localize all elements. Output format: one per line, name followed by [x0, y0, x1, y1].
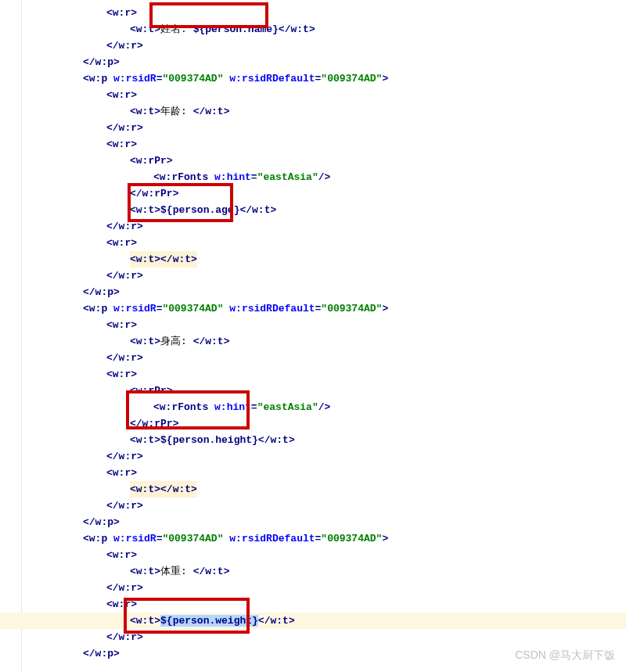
code-line: </w:r>	[22, 218, 626, 235]
code-line: <w:r>	[22, 547, 626, 563]
code-line: </w:rPr>	[22, 415, 626, 432]
code-editor[interactable]: <w:r> <w:t>姓名: ${person.name}</w:t> </w:…	[0, 0, 626, 671]
tpl-person-name: ${person.name}	[193, 23, 279, 35]
code-line: </w:r>	[22, 38, 626, 54]
code-line: <w:p w:rsidR="009374AD" w:rsidRDefault="…	[22, 70, 626, 87]
code-line: </w:r>	[22, 350, 626, 366]
code-line: </w:p>	[22, 514, 626, 530]
tpl-person-weight: ${person.weight}	[160, 615, 258, 627]
code-line: <w:t>${person.weight}</w:t>	[22, 613, 626, 629]
code-content[interactable]: <w:r> <w:t>姓名: ${person.name}</w:t> </w:…	[22, 5, 626, 662]
code-line: <w:rPr>	[22, 153, 626, 169]
code-line: <w:rPr>	[22, 383, 626, 399]
code-line: <w:rFonts w:hint="eastAsia"/>	[22, 399, 626, 415]
code-line: <w:r>	[22, 87, 626, 103]
tpl-person-height: ${person.height}	[160, 434, 258, 446]
code-line: </w:p>	[22, 54, 626, 70]
code-line: <w:rFonts w:hint="eastAsia"/>	[22, 169, 626, 185]
code-line: </w:rPr>	[22, 185, 626, 202]
code-line: <w:t>姓名: ${person.name}</w:t>	[22, 21, 626, 38]
code-line: </w:r>	[22, 580, 626, 596]
code-line: <w:t></w:t>	[22, 481, 626, 498]
code-line: </w:r>	[22, 120, 626, 136]
code-line: <w:t>体重: </w:t>	[22, 563, 626, 580]
code-line: <w:p w:rsidR="009374AD" w:rsidRDefault="…	[22, 530, 626, 547]
watermark: CSDN @马大厨下饭	[515, 647, 615, 663]
code-line: <w:r>	[22, 136, 626, 153]
code-line: <w:r>	[22, 5, 626, 21]
code-line: <w:r>	[22, 317, 626, 333]
gutter	[0, 0, 22, 671]
code-line: <w:t></w:t>	[22, 251, 626, 268]
label-weight: 体重:	[160, 566, 193, 577]
code-line: <w:r>	[22, 366, 626, 383]
code-line: <w:r>	[22, 596, 626, 613]
code-line: <w:t>身高: </w:t>	[22, 333, 626, 350]
code-line: <w:p w:rsidR="009374AD" w:rsidRDefault="…	[22, 300, 626, 317]
code-line: <w:t>${person.age}</w:t>	[22, 202, 626, 218]
code-line: <w:r>	[22, 235, 626, 251]
label-name: 姓名	[160, 23, 181, 35]
code-line: </w:r>	[22, 498, 626, 514]
code-line: </w:r>	[22, 629, 626, 645]
code-line: </w:r>	[22, 448, 626, 465]
code-line: <w:t>${person.height}</w:t>	[22, 432, 626, 448]
code-line: </w:r>	[22, 268, 626, 284]
code-line: <w:r>	[22, 465, 626, 481]
label-age: 年龄:	[160, 106, 193, 117]
code-line: <w:t>年龄: </w:t>	[22, 103, 626, 120]
tpl-person-age: ${person.age}	[160, 204, 239, 216]
label-height: 身高:	[160, 336, 193, 347]
code-line: </w:p>	[22, 284, 626, 300]
